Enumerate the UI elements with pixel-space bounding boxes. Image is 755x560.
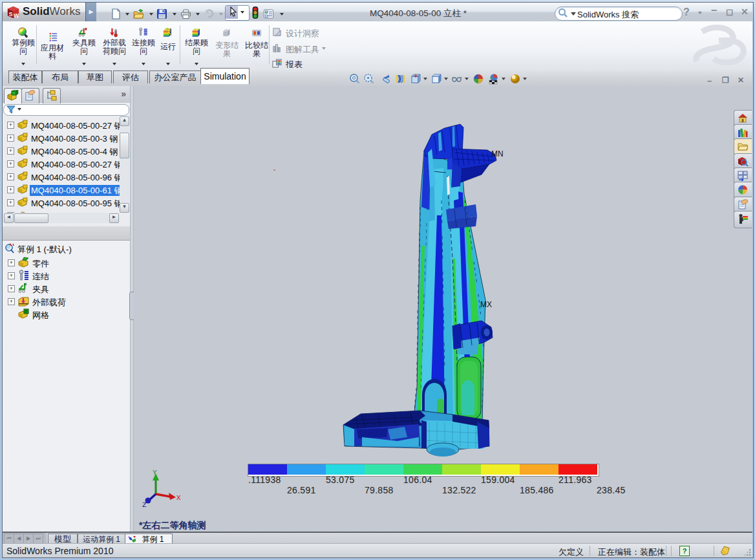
svg-text:X: X (176, 494, 181, 502)
svg-text:Z: Z (142, 501, 147, 509)
svg-text:S: S (9, 11, 13, 17)
svg-text:W: W (14, 12, 19, 19)
svg-text:Y: Y (153, 469, 157, 477)
